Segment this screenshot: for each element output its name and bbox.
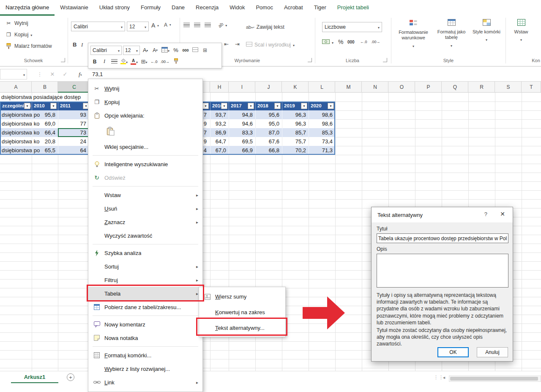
cell-B3[interactable]: 95,8 (32, 110, 58, 119)
table-header-2011[interactable]: 2011▾ (58, 101, 90, 110)
filter-button-J[interactable]: ▾ (274, 103, 281, 109)
cell-B7[interactable]: 65,5 (32, 146, 58, 155)
format-as-table-button[interactable]: Formatuj jako tabelę (434, 19, 469, 48)
mini-font-name-select[interactable]: Calibri (90, 46, 122, 55)
horizontal-scrollbar[interactable] (449, 376, 541, 382)
cell-I4[interactable]: 94,6 (229, 119, 255, 128)
wrap-text-button[interactable]: ab↩ Zawijaj tekst (246, 24, 284, 30)
table-header-2017[interactable]: 2017▾ (229, 101, 255, 110)
cell-C6[interactable]: 24 (58, 137, 90, 146)
help-icon[interactable]: ? (484, 211, 487, 217)
accounting-format-button[interactable] (322, 39, 333, 45)
mini-format-painter-button[interactable] (172, 57, 180, 66)
ok-button[interactable]: OK (437, 347, 469, 357)
cell-B4[interactable]: 69,0 (32, 119, 58, 128)
cell-J6[interactable]: 67,6 (255, 137, 282, 146)
cell-J3[interactable]: 95,6 (255, 110, 282, 119)
decrease-indent-button[interactable]: ⇤ (224, 41, 229, 47)
cell-L5[interactable]: 85,3 (309, 128, 335, 137)
cell-K4[interactable]: 96,3 (282, 119, 309, 128)
align-top-button[interactable] (183, 23, 190, 27)
table-header-2016[interactable]: 2016▾ (210, 101, 229, 110)
cell-I6[interactable]: 69,5 (229, 137, 255, 146)
increase-font-button[interactable]: A▴ (151, 22, 159, 29)
context-menu-item-wstaw[interactable]: Wstaw▸ (88, 188, 202, 202)
mini-insert-cells-button[interactable]: ⊞ (201, 46, 209, 55)
insert-function-button[interactable]: fx (75, 69, 85, 79)
context-menu-item-usun[interactable]: Usuń▸ (88, 202, 202, 215)
column-header-T[interactable]: T (522, 82, 541, 93)
cell-C5[interactable]: 73 (58, 128, 90, 137)
increase-decimal-button[interactable]: ←.0 (360, 40, 367, 44)
font-size-select[interactable]: 12 (127, 22, 149, 31)
column-header-M[interactable]: M (335, 82, 362, 93)
mini-font-color-button[interactable]: A (130, 57, 139, 66)
cell-K3[interactable]: 96,3 (282, 110, 309, 119)
mini-increase-font-button[interactable]: A▴ (141, 46, 150, 55)
decrease-font-button[interactable]: A▾ (164, 22, 171, 28)
cell-I3[interactable]: 94,8 (229, 110, 255, 119)
confirm-entry-button[interactable]: ✓ (60, 69, 70, 79)
cell-A6[interactable]: dsiębiorstwa ko (0, 137, 32, 146)
submenu-item-wiersz-sumy[interactable]: ΣWiersz sumy (199, 289, 285, 304)
scroll-left-button[interactable]: ◄ (442, 376, 446, 380)
column-header-C[interactable]: C (58, 82, 90, 93)
tab-projekt-tabeli[interactable]: Projekt tabeli (332, 0, 374, 16)
tab-dane[interactable]: Dane (166, 0, 190, 16)
column-header-N[interactable]: N (362, 82, 388, 93)
clipboard-dialog-launcher[interactable] (61, 58, 65, 62)
context-menu-item-sortuj[interactable]: Sortuj▸ (88, 260, 202, 273)
column-header-A[interactable]: A (0, 82, 32, 93)
context-menu-item-kopiuj[interactable]: ❐Kopiuj (88, 95, 202, 109)
cell-J4[interactable]: 95,0 (255, 119, 282, 128)
cell-A5[interactable]: dsiębiorstwa ko (0, 128, 32, 137)
cell-A3[interactable]: dsiębiorstwa po (0, 110, 32, 119)
tab-wstawianie[interactable]: Wstawianie (55, 0, 93, 16)
cell-K6[interactable]: 75,7 (282, 137, 309, 146)
table-header-2020[interactable]: 2020▾ (309, 101, 335, 110)
context-menu-item-opcje-wklejania[interactable]: Opcje wklejania: (88, 109, 202, 122)
align-bottom-button[interactable] (205, 23, 211, 27)
formula-input[interactable]: 73,1 (92, 69, 103, 79)
name-box[interactable] (0, 69, 27, 79)
cell-C3[interactable]: 93 (58, 110, 90, 119)
context-menu-item-formatuj-komorki[interactable]: Formatuj komórki... (88, 348, 202, 362)
align-middle-button[interactable] (194, 23, 200, 27)
column-header-B[interactable]: B (32, 82, 58, 93)
mini-comma-style-button[interactable]: 000 (181, 46, 190, 55)
number-format-select[interactable]: Liczbowe (322, 22, 382, 32)
cell-A7[interactable]: dsiębiorstwa po (0, 146, 32, 155)
comma-style-button[interactable]: 000 (347, 40, 355, 44)
context-menu-item-wybierz-z-listy-rozwijanej[interactable]: Wybierz z listy rozwijanej... (88, 362, 202, 376)
mini-increase-decimal-button[interactable]: ←.0 (150, 57, 158, 66)
cell-H6[interactable]: 64,7 (210, 137, 229, 146)
context-menu-item-wklej-specjalnie[interactable]: Wklej specjalnie... (88, 140, 202, 154)
cut-button[interactable]: ✂ Wytnij (5, 20, 28, 26)
cell-K7[interactable]: 70,2 (282, 146, 309, 155)
italic-button[interactable]: I (81, 41, 83, 48)
delete-cells-button[interactable]: Us (534, 19, 541, 35)
mini-bold-button[interactable]: B (90, 57, 99, 66)
context-menu-item-wytnij[interactable]: ✂Wytnij (88, 82, 202, 95)
number-dialog-launcher[interactable] (383, 58, 387, 62)
decrease-decimal-button[interactable]: .00→ (371, 40, 380, 44)
cell-C7[interactable]: 64 (58, 146, 90, 155)
filter-button-G[interactable]: ▾ (202, 103, 209, 109)
column-header-L[interactable]: L (309, 82, 335, 93)
cell-H5[interactable]: 86,9 (210, 128, 229, 137)
context-menu-item-filtruj[interactable]: Filtruj▸ (88, 273, 202, 287)
orientation-button[interactable]: ab (218, 22, 227, 28)
close-icon[interactable]: ✕ (500, 211, 505, 217)
table-header-2010[interactable]: 2010▾ (32, 101, 58, 110)
context-menu-item-zaznacz[interactable]: Zaznacz▸ (88, 215, 202, 229)
bold-button[interactable]: B (73, 41, 77, 48)
cell-H4[interactable]: 93,2 (210, 119, 229, 128)
submenu-item-tekst-alternatywny[interactable]: Tekst alternatywny... (199, 320, 285, 336)
filter-button-B[interactable]: ▾ (50, 103, 57, 109)
table-header-2019[interactable]: 2019▾ (282, 101, 309, 110)
filter-button-I[interactable]: ▾ (248, 103, 254, 109)
percent-style-button[interactable]: % (338, 38, 343, 45)
cancel-button[interactable]: Anuluj (477, 347, 508, 357)
context-menu-item-pobierz-dane-z-tabeli-zakresu[interactable]: Pobierz dane z tabeli/zakresu... (88, 300, 202, 314)
context-menu-item-inteligentne-wyszukiwanie[interactable]: Inteligentne wyszukiwanie (88, 157, 202, 171)
